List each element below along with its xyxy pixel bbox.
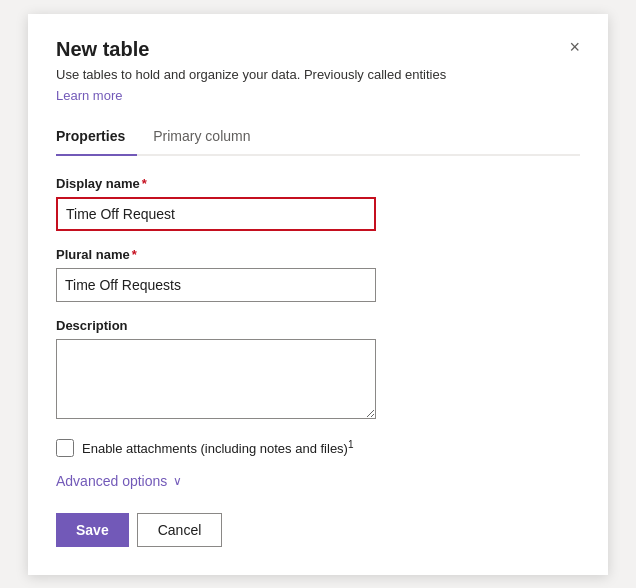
plural-name-label: Plural name*	[56, 247, 580, 262]
new-table-dialog: New table × Use tables to hold and organ…	[28, 14, 608, 575]
description-label: Description	[56, 318, 580, 333]
attachments-superscript: 1	[348, 439, 354, 450]
footer-buttons: Save Cancel	[56, 513, 580, 547]
required-star-plural: *	[132, 247, 137, 262]
tabs-container: Properties Primary column	[56, 120, 580, 156]
dialog-header: New table ×	[56, 38, 580, 61]
required-star: *	[142, 176, 147, 191]
display-name-input[interactable]	[56, 197, 376, 231]
plural-name-input[interactable]	[56, 268, 376, 302]
cancel-button[interactable]: Cancel	[137, 513, 223, 547]
plural-name-group: Plural name*	[56, 247, 580, 302]
attachments-label: Enable attachments (including notes and …	[82, 439, 354, 456]
advanced-options-label: Advanced options	[56, 473, 167, 489]
close-button[interactable]: ×	[569, 38, 580, 56]
description-group: Description	[56, 318, 580, 423]
attachments-checkbox[interactable]	[56, 439, 74, 457]
save-button[interactable]: Save	[56, 513, 129, 547]
learn-more-link[interactable]: Learn more	[56, 88, 122, 103]
attachments-row: Enable attachments (including notes and …	[56, 439, 580, 457]
display-name-label: Display name*	[56, 176, 580, 191]
display-name-group: Display name*	[56, 176, 580, 231]
description-input[interactable]	[56, 339, 376, 419]
advanced-options-toggle[interactable]: Advanced options ∨	[56, 473, 580, 489]
tab-primary-column[interactable]: Primary column	[153, 120, 262, 156]
chevron-down-icon: ∨	[173, 474, 182, 488]
dialog-subtitle: Use tables to hold and organize your dat…	[56, 67, 580, 82]
dialog-title: New table	[56, 38, 149, 61]
tab-properties[interactable]: Properties	[56, 120, 137, 156]
